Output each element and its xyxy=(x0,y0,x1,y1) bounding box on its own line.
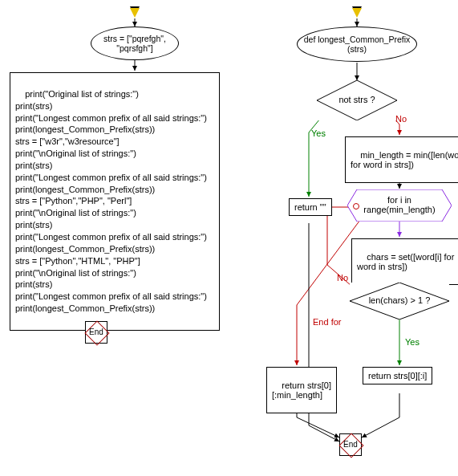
end-func-label: End xyxy=(343,440,358,449)
edge-no-1: No xyxy=(395,114,407,124)
flowchart-canvas: strs = ["pqrefgh", "pqrsfgh"] print("Ori… xyxy=(0,0,458,476)
loop-text: for i in range(min_length) xyxy=(356,195,443,214)
edge-yes-1: Yes xyxy=(311,128,326,138)
node-main-code: print("Original list of strings:") print… xyxy=(10,72,220,331)
node-text: return "" xyxy=(294,202,326,212)
node-text: def longest_Common_Prefix (strs) xyxy=(304,35,411,54)
start-arrow-func xyxy=(352,8,362,18)
end-main-label: End xyxy=(89,328,103,336)
edge-yes-2: Yes xyxy=(405,337,419,347)
decision-len-chars: len(chars) > 1 ? xyxy=(350,283,449,319)
node-return-i: return strs[0][:i] xyxy=(363,367,432,384)
node-return-min: return strs[0] [:min_length] xyxy=(266,367,337,413)
loop-entry-dot xyxy=(353,203,359,210)
node-chars: chars = set([word[i] for word in strs]) xyxy=(351,238,458,285)
decision-text: not strs ? xyxy=(317,95,397,104)
node-text: chars = set([word[i] for word in strs]) xyxy=(357,252,454,271)
edge-no-2: No xyxy=(337,273,348,283)
loop-for-i: for i in range(min_length) xyxy=(356,190,443,221)
node-min-length: min_length = min([len(word) for word in … xyxy=(345,136,458,183)
node-func-def: def longest_Common_Prefix (strs) xyxy=(297,26,417,62)
node-return-empty: return "" xyxy=(289,198,332,216)
node-text: return strs[0][:i] xyxy=(368,371,427,380)
code-text: print("Original list of strings:") print… xyxy=(15,89,207,313)
edge-end-for: End for xyxy=(313,317,341,327)
node-text: return strs[0] [:min_length] xyxy=(272,380,331,400)
node-text: strs = ["pqrefgh", "pqrsfgh"] xyxy=(103,34,166,53)
start-arrow-main xyxy=(130,8,140,18)
node-strs-init: strs = ["pqrefgh", "pqrsfgh"] xyxy=(91,26,179,60)
decision-text: len(chars) > 1 ? xyxy=(350,295,449,305)
node-text: min_length = min([len(word) for word in … xyxy=(351,150,458,169)
decision-not-strs: not strs ? xyxy=(317,80,397,120)
